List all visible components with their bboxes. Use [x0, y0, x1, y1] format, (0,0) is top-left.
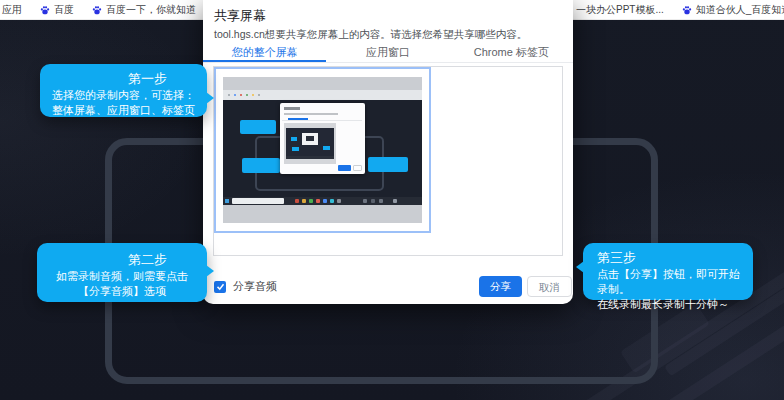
mini-mini-preview [306, 136, 314, 141]
screen-thumbnail-selected[interactable] [214, 67, 431, 233]
mini-cancel-button [353, 165, 362, 171]
callout-step1: 第一步 选择您的录制内容，可选择： 整体屏幕、应用窗口、标签页 [40, 64, 207, 117]
callout-step1-title: 第一步 [48, 70, 199, 88]
tab-entire-screen[interactable]: 您的整个屏幕 [203, 44, 326, 62]
tab-application-window[interactable]: 应用窗口 [326, 44, 449, 62]
baidu-zhidao-icon [682, 5, 692, 15]
bookmarks-right-group: 一块办公PPT模板... 知道合伙人_百度知道 [576, 0, 784, 20]
mini-browser-chrome [223, 90, 422, 100]
mini-dialog-title [284, 107, 300, 110]
letterbox-top [223, 77, 422, 90]
bookmark-label: 知道合伙人_百度知道 [696, 3, 784, 17]
mini-preview-desktop [286, 128, 334, 156]
checkmark-icon [216, 282, 225, 291]
bookmark-ppt-template[interactable]: 一块办公PPT模板... [576, 3, 664, 17]
callout-step2-title: 第二步 [45, 251, 199, 269]
mini-share-dialog [280, 103, 365, 174]
mini-start-button [225, 199, 229, 203]
letterbox-bottom [223, 205, 422, 223]
mini-desktop [223, 100, 422, 197]
callout-step2-line1: 如需录制音频，则需要点击 [45, 269, 199, 284]
share-screen-dialog: 共享屏幕 tool.hgs.cn想要共享您屏幕上的内容。请选择您希望共享哪些内容… [203, 0, 573, 304]
bookmark-label: 百度一下，你就知道 [106, 3, 196, 17]
callout-step1-line2: 整体屏幕、应用窗口、标签页 [48, 103, 199, 118]
callout-step3-line1: 点击【分享】按钮，即可开始录制。 [591, 267, 745, 297]
bookmark-apps[interactable]: 应用 [0, 3, 22, 17]
callout-step2: 第二步 如需录制音频，则需要点击 【分享音频】选项 [37, 243, 207, 302]
bookmark-label: 百度 [54, 3, 74, 17]
source-tabs: 您的整个屏幕 应用窗口 Chrome 标签页 [203, 44, 573, 63]
cancel-button[interactable]: 取消 [527, 276, 572, 297]
share-audio-checkbox[interactable] [214, 281, 226, 293]
screen-preview-area [213, 66, 563, 256]
callout-pointer [206, 92, 214, 104]
mini-callout-step3 [368, 157, 408, 172]
mini-preview-taskbar [286, 156, 334, 159]
mini-callout-step2 [242, 158, 280, 173]
mini-search-box [232, 198, 284, 204]
mini-dialog-subtitle [284, 113, 338, 115]
baidu-paw-icon [40, 5, 50, 15]
mini-mini-callout [323, 146, 330, 150]
bookmark-label: 应用 [2, 3, 22, 17]
mini-mini-dialog [302, 133, 318, 145]
bookmark-baidu-search[interactable]: 百度一下，你就知道 [92, 3, 196, 17]
share-audio-row: 分享音频 [214, 279, 277, 294]
mini-tabs-divider [282, 120, 362, 121]
callout-pointer [206, 265, 214, 277]
mini-mini-callout [291, 137, 297, 141]
callout-step2-line2: 【分享音频】选项 [45, 284, 199, 299]
baidu-paw-icon [92, 5, 102, 15]
dialog-subtitle: tool.hgs.cn想要共享您屏幕上的内容。请选择您希望共享哪些内容。 [214, 28, 527, 42]
bookmark-baidu[interactable]: 百度 [40, 3, 74, 17]
callout-step1-line1: 选择您的录制内容，可选择： [48, 88, 199, 103]
share-audio-label: 分享音频 [233, 279, 277, 294]
screen-thumbnail-image [223, 77, 422, 223]
share-button[interactable]: 分享 [479, 276, 522, 297]
mini-taskbar [223, 197, 422, 205]
bookmark-baidu-zhidao[interactable]: 知道合伙人_百度知道 [682, 3, 784, 17]
screen: 应用 百度 百度一下，你就知道 PDF转换器 一块办公PPT模板... 知道合伙… [0, 0, 784, 400]
callout-step3-title: 第三步 [591, 249, 745, 267]
dialog-title: 共享屏幕 [214, 7, 266, 25]
mini-share-button [338, 165, 351, 171]
callout-step3: 第三步 点击【分享】按钮，即可开始录制。 在线录制最长录制十分钟～ [583, 243, 753, 300]
callout-pointer [576, 261, 584, 273]
mini-mini-callout [292, 147, 299, 151]
callout-step3-line2: 在线录制最长录制十分钟～ [591, 297, 745, 312]
mini-callout-step1 [240, 120, 276, 134]
mini-preview [284, 123, 336, 164]
tab-chrome-tab[interactable]: Chrome 标签页 [450, 44, 573, 62]
bookmark-label: 一块办公PPT模板... [576, 3, 664, 17]
